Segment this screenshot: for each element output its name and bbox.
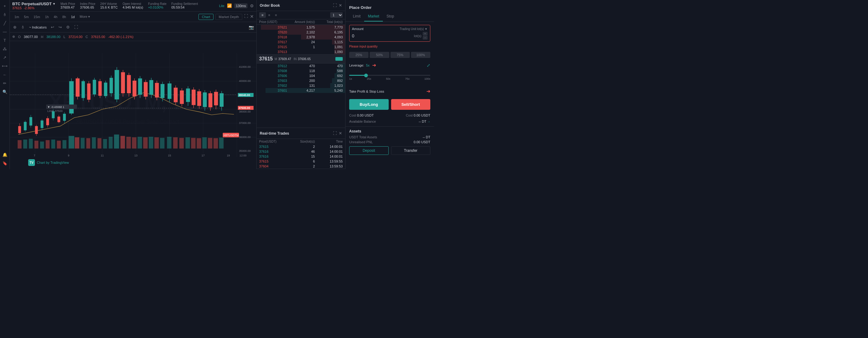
pencil-tool[interactable]: ✏ [2,80,8,86]
undo-icon[interactable]: ↩ [50,24,55,30]
buy-long-button[interactable]: Buy/Long [349,99,389,110]
fullscreen-icon[interactable]: ⛶ [73,24,79,30]
funding-settlement-stat: Funding Settlement 05:59:54 [171,2,198,9]
rt-close-icon[interactable]: ✕ [339,131,342,136]
ob-expand-icon[interactable]: ⛶ [333,3,337,8]
svg-text:40000.00: 40000.00 [239,79,251,83]
pct-75-btn[interactable]: 75% [391,52,410,58]
svg-rect-19 [24,122,27,130]
leverage-marks: 1x 25x 50x 75x 100x [349,77,430,80]
bar-type-icon[interactable]: 🕯 [20,24,26,30]
chart-settings-icon[interactable]: ⚙ [65,24,71,30]
bid-row[interactable]: 37612 470 470 [257,63,345,68]
candle-tool[interactable]: 🕯 [2,11,8,18]
market-tab[interactable]: Market [364,12,383,22]
svg-rect-107 [126,137,131,148]
bid-row[interactable]: 37606 104 692 [257,73,345,78]
svg-rect-121 [208,138,213,149]
high-label: H [41,35,43,39]
crosshair-icon[interactable]: ⊕ [12,24,18,30]
leverage-edit-icon[interactable]: ⤢ [427,63,430,68]
horizontal-line-tool[interactable]: ― [2,28,8,35]
bid-row[interactable]: 37602 131 1,023 [257,83,345,88]
ob-total-header: Total (lot(s)) [315,20,343,24]
expand-chart-icon[interactable]: ⛶ [244,14,248,20]
close-chart-icon[interactable]: ✕ [250,14,254,20]
svg-text:Limit: 37500: Limit: 37500 [48,110,63,113]
tf-4h[interactable]: 4h [52,14,59,20]
sell-short-button[interactable]: Sell/Short [391,99,431,110]
stop-tab[interactable]: Stop [383,12,398,22]
pct-25-btn[interactable]: 25% [349,52,368,58]
measure-tool[interactable]: ⟷ [2,62,8,69]
low-value: 37214.00 [68,35,83,39]
bell-tool[interactable]: 🔔 [2,151,8,158]
tf-more[interactable]: More ▾ [78,14,92,20]
ask-row[interactable]: 37613 1,090 [257,49,345,54]
settings-icon[interactable]: ⚙ [250,3,254,8]
bid-row[interactable]: 37603 200 892 [257,78,345,83]
assets-section: Assets USDT Total Assets -- DT Unrealise… [345,126,434,157]
available-link[interactable]: → [427,120,430,123]
text-tool[interactable]: T [2,37,8,44]
amount-decrement[interactable]: − [423,36,428,39]
deposit-button[interactable]: Deposit [349,146,389,155]
leverage-slider[interactable] [349,75,430,76]
ask-row[interactable]: 37620 2,102 6,195 [257,30,345,35]
bid-row[interactable]: 37601 4,217 5,240 [257,88,345,93]
zoom-tool[interactable]: 🔍 [2,88,8,95]
tf-15m[interactable]: 15m [32,14,42,20]
svg-rect-92 [40,141,44,148]
ask-row[interactable]: 37617 24 1,115 [257,39,345,45]
rt-expand-icon[interactable]: ⛶ [333,131,337,136]
pct-50-btn[interactable]: 50% [370,52,389,58]
pct-100-btn[interactable]: 100% [411,52,430,58]
chart-view-button[interactable]: Chart [198,14,214,20]
amount-input[interactable] [352,33,413,38]
plus-icon: ⊕ [12,35,15,39]
ob-view-all[interactable]: ≡ [259,12,266,18]
svg-rect-17 [18,126,21,133]
tp-sl-expand-icon[interactable]: ➜ [426,88,430,94]
ask-row[interactable]: 37615 1 1,091 [257,45,345,49]
tf-1d[interactable]: 1d [69,14,77,20]
ask-row[interactable]: 37618 2,978 4,093 [257,35,345,39]
lite-button[interactable]: Lite [219,4,224,8]
ob-view-asks[interactable]: ≡ [266,12,273,18]
redo-icon[interactable]: ↪ [58,24,63,30]
bid-row[interactable]: 37608 118 588 [257,68,345,73]
ob-close-icon[interactable]: ✕ [339,3,342,8]
crosshair-tool[interactable]: + [2,2,8,9]
symbol-dropdown-icon[interactable]: ▼ [53,2,56,5]
leverage-value: 5x [366,63,370,67]
tp-sl-row: Take Profit & Stop Loss ➜ [349,87,430,95]
screenshot-icon[interactable]: 📷 [249,25,254,30]
svg-rect-120 [202,137,207,149]
limit-tab[interactable]: Limit [349,12,364,22]
ob-view-bids[interactable]: ≡ [273,12,279,18]
lot-size-select[interactable]: 1 5 10 50 [330,12,343,18]
tp-sl-label: Take Profit & Stop Loss [349,90,384,93]
tf-1h[interactable]: 1h [43,14,51,20]
indicators-button[interactable]: ~ Indicators [28,25,48,30]
fibonacci-tool[interactable]: ⁂ [2,46,8,52]
tf-1m[interactable]: 1m [12,14,21,20]
ask-row[interactable]: 37621 1,575 7,770 [257,25,345,30]
trendline-tool[interactable]: ╱ [2,20,8,26]
trading-unit-select[interactable]: Trading Unit lot(s) ▼ [400,27,428,31]
place-order-panel: Place Order Limit Market Stop Amount Tra… [345,0,434,169]
amount-increment[interactable]: + [423,32,428,35]
market-depth-button[interactable]: Market Depth [215,14,242,20]
wifi-icon: 📶 [227,3,232,8]
symbol-name[interactable]: BTC Perpetual/USDT ▼ [12,2,56,6]
arrow-tool[interactable]: ↗ [2,54,8,61]
transfer-button[interactable]: Transfer [391,146,431,155]
tf-5m[interactable]: 5m [22,14,31,20]
right-panels: Order Book ⛶ ✕ ≡ ≡ ≡ 1 5 10 50 Price (US… [256,0,345,169]
svg-rect-67 [160,84,164,98]
back-arrow-tool[interactable]: ← [2,71,8,78]
chart-canvas[interactable]: XBTUSDTM, 720 XBTUSDTM / USDT Perpetual … [10,41,256,169]
bookmark-tool[interactable]: 🔖 [2,160,8,167]
tf-8h[interactable]: 8h [60,14,68,20]
svg-rect-65 [155,83,159,97]
